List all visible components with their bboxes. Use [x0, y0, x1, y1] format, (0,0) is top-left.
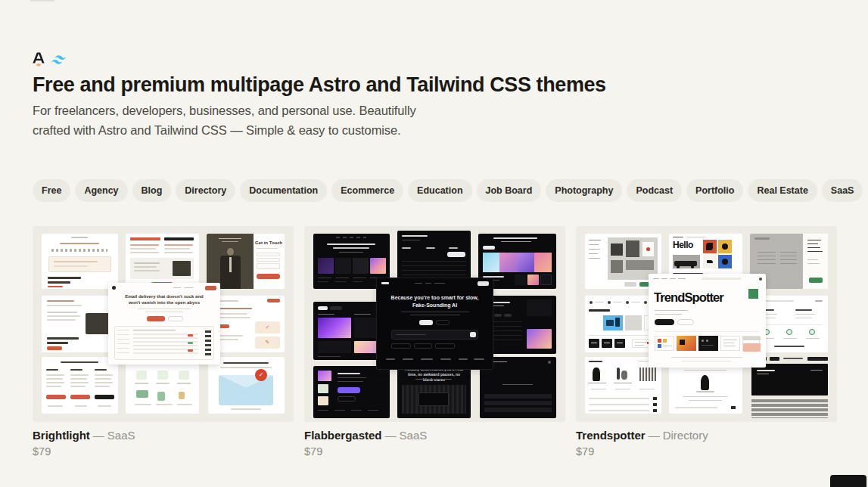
category-filters: Free Agency Blog Directory Documentation…: [33, 179, 836, 202]
theme-cover-trendspotter[interactable]: Hello: [576, 226, 837, 422]
cover-art-hero: Email delivery that doesn't suck and won…: [108, 283, 220, 364]
page-title: Free and premium multipage Astro and Tai…: [33, 73, 836, 96]
cover-art-tile: [42, 296, 118, 352]
filter-ecommerce[interactable]: Ecommerce: [331, 179, 403, 202]
meta-dash: —: [385, 429, 397, 442]
theme-name: Brightlight: [33, 429, 90, 442]
theme-name: Trendspotter: [576, 429, 646, 442]
cover-art-tile: [126, 357, 199, 414]
cover-art-tile: [313, 366, 390, 418]
site-logo[interactable]: [33, 0, 836, 67]
theme-card-trendspotter[interactable]: Hello: [576, 226, 837, 458]
cover-art-tile: [669, 361, 742, 414]
cover-art-tile: Actually understands you in real time, n…: [397, 362, 471, 418]
filter-education[interactable]: Education: [408, 179, 471, 202]
filter-podcast[interactable]: Podcast: [627, 179, 682, 202]
theme-category: SaaS: [400, 429, 428, 442]
cover-art-hero: TrendSpotter: [649, 274, 766, 368]
cover-art-tile: [42, 357, 118, 414]
cover-art-heading: Because you're too smart for slow, Fake-…: [386, 294, 484, 309]
cover-art-cta: Get in Touch: [255, 240, 284, 245]
filter-blog[interactable]: Blog: [132, 179, 172, 202]
filter-portfolio[interactable]: Portfolio: [686, 179, 743, 202]
corner-widget-button[interactable]: [830, 475, 866, 487]
theme-cover-flabbergasted[interactable]: Actually understands you in real time, n…: [304, 226, 565, 422]
filter-free[interactable]: Free: [33, 179, 70, 202]
theme-category: SaaS: [107, 429, 135, 442]
cover-art-tile: [42, 234, 118, 289]
theme-price: $79: [576, 445, 837, 458]
tailwind-logo-icon: [51, 55, 66, 64]
main-content: Free and premium multipage Astro and Tai…: [0, 0, 868, 487]
theme-card-flabbergasted[interactable]: Actually understands you in real time, n…: [304, 226, 565, 458]
filter-documentation[interactable]: Documentation: [240, 179, 327, 202]
cover-art-brand: TrendSpotter: [654, 290, 723, 305]
cover-art-tile: ✓: [208, 357, 285, 414]
meta-dash: —: [649, 429, 660, 442]
cover-art-hello: Hello: [673, 240, 693, 250]
theme-name: Flabbergasted: [304, 429, 382, 442]
filter-directory[interactable]: Directory: [176, 179, 235, 202]
page-subtitle-line2: crafted with Astro and Tailwind CSS — Si…: [33, 123, 401, 137]
theme-meta: Trendspotter—Directory $79: [576, 429, 837, 458]
cover-art-hero: Because you're too smart for slow, Fake-…: [376, 278, 493, 370]
page-subtitle: For freelancers, developers, businesses,…: [33, 101, 836, 140]
theme-price: $79: [304, 445, 565, 458]
cover-art-heading: Email delivery that doesn't suck and won…: [119, 293, 210, 306]
theme-meta: Brightlight—SaaS $79: [33, 429, 294, 458]
meta-dash: —: [93, 429, 104, 442]
theme-grid: Get in Touch: [33, 226, 836, 458]
cover-art-tile: [126, 234, 199, 289]
theme-cover-brightlight[interactable]: Get in Touch: [33, 226, 294, 422]
filter-agency[interactable]: Agency: [75, 179, 127, 202]
filter-saas[interactable]: SaaS: [822, 179, 863, 202]
cover-art-tile: Get in Touch: [207, 234, 285, 289]
filter-job-board[interactable]: Job Board: [477, 179, 542, 202]
filter-real-estate[interactable]: Real Estate: [748, 179, 817, 202]
theme-price: $79: [33, 445, 294, 458]
astro-logo-icon: [33, 52, 45, 67]
theme-card-brightlight[interactable]: Get in Touch: [33, 226, 294, 458]
top-page-remnant: [30, 0, 54, 2]
theme-category: Directory: [663, 429, 708, 442]
filter-photography[interactable]: Photography: [546, 179, 622, 202]
theme-meta: Flabbergasted—SaaS $79: [304, 429, 565, 458]
page-subtitle-line1: For freelancers, developers, businesses,…: [33, 104, 416, 117]
